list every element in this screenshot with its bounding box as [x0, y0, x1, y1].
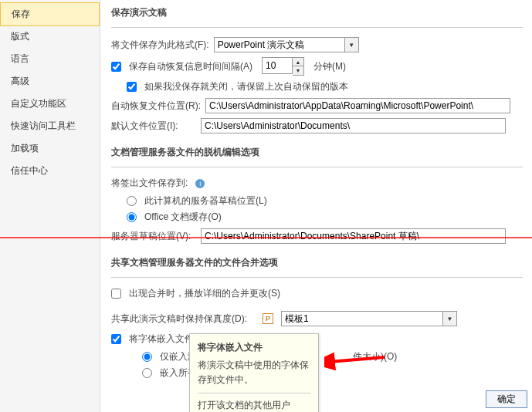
- default-location-label: 默认文件位置(I):: [111, 120, 196, 133]
- autorecover-minutes-input[interactable]: [262, 57, 293, 74]
- merge-details-label: 出现合并时，播放详细的合并更改(S): [129, 287, 280, 300]
- tooltip-line2: 打开该文档的其他用户: [198, 398, 310, 412]
- server-drafts-location-label: 服务器草稿位置(V):: [111, 230, 196, 243]
- embed-fonts-tooltip: 将字体嵌入文件 将演示文稿中使用的字体保存到文件中。 打开该文档的其他用户: [189, 333, 319, 412]
- save-format-label: 将文件保存为此格式(F):: [111, 39, 209, 52]
- office-cache-label: Office 文档缓存(O): [144, 211, 222, 224]
- sidebar-item-layout[interactable]: 版式: [0, 25, 100, 48]
- info-icon[interactable]: i: [195, 179, 205, 188]
- sidebar-item-trust-center[interactable]: 信任中心: [0, 160, 100, 182]
- minutes-spinner[interactable]: ▲▼: [293, 57, 304, 76]
- annotation-arrow: [324, 351, 386, 374]
- save-format-select[interactable]: [214, 37, 345, 52]
- chevron-down-icon[interactable]: ▼: [293, 66, 303, 75]
- autorecover-location-label: 自动恢复文件位置(R):: [111, 100, 201, 113]
- checkout-save-label: 将签出文件保存到:: [111, 177, 188, 190]
- preserve-fidelity-select[interactable]: [281, 311, 443, 326]
- ok-button[interactable]: 确定: [486, 390, 527, 408]
- sidebar-item-customize-ribbon[interactable]: 自定义功能区: [0, 93, 100, 115]
- divider: [111, 277, 523, 278]
- office-cache-radio[interactable]: [127, 212, 137, 222]
- autorecover-label: 保存自动恢复信息时间间隔(A): [129, 60, 252, 73]
- autorecover-location-input[interactable]: [205, 98, 510, 113]
- sidebar: 保存 版式 语言 高级 自定义功能区 快速访问工具栏 加载项 信任中心: [0, 0, 100, 412]
- chevron-down-icon[interactable]: ▼: [345, 37, 359, 52]
- keep-last-autosave-checkbox[interactable]: [127, 82, 137, 92]
- default-location-input[interactable]: [201, 118, 506, 133]
- tooltip-line1: 将演示文稿中使用的字体保存到文件中。: [198, 358, 310, 387]
- chevron-up-icon[interactable]: ▲: [293, 58, 303, 66]
- section2-title: 文档管理服务器文件的脱机编辑选项: [111, 146, 523, 159]
- sidebar-item-qat[interactable]: 快速访问工具栏: [0, 115, 100, 137]
- keep-last-autosave-label: 如果我没保存就关闭，请保留上次自动保留的版本: [144, 80, 348, 93]
- divider: [111, 167, 523, 167]
- preserve-fidelity-label: 共享此演示文稿时保持保真度(D):: [111, 312, 247, 326]
- autorecover-unit: 分钟(M): [313, 60, 346, 73]
- embed-used-only-radio[interactable]: [142, 352, 152, 362]
- annotation-underline: [0, 237, 532, 238]
- divider: [111, 27, 523, 28]
- section3-title: 共享文档管理服务器文件的文件合并选项: [111, 256, 523, 269]
- server-drafts-location-input[interactable]: [201, 228, 506, 244]
- sidebar-item-save[interactable]: 保存: [0, 2, 100, 26]
- sidebar-item-advanced[interactable]: 高级: [0, 70, 100, 93]
- chevron-down-icon[interactable]: ▼: [443, 311, 457, 326]
- svg-line-0: [329, 357, 385, 362]
- section1-title: 保存演示文稿: [111, 6, 523, 19]
- autorecover-checkbox[interactable]: [111, 62, 121, 72]
- merge-details-checkbox[interactable]: [111, 289, 121, 299]
- presentation-icon: P: [263, 313, 273, 324]
- server-drafts-label: 此计算机的服务器草稿位置(L): [144, 194, 267, 208]
- tooltip-title: 将字体嵌入文件: [198, 340, 310, 355]
- sidebar-item-addins[interactable]: 加载项: [0, 137, 100, 160]
- embed-fonts-checkbox[interactable]: [111, 334, 121, 344]
- embed-all-radio[interactable]: [142, 368, 152, 378]
- server-drafts-radio[interactable]: [127, 196, 137, 206]
- sidebar-item-language[interactable]: 语言: [0, 48, 100, 70]
